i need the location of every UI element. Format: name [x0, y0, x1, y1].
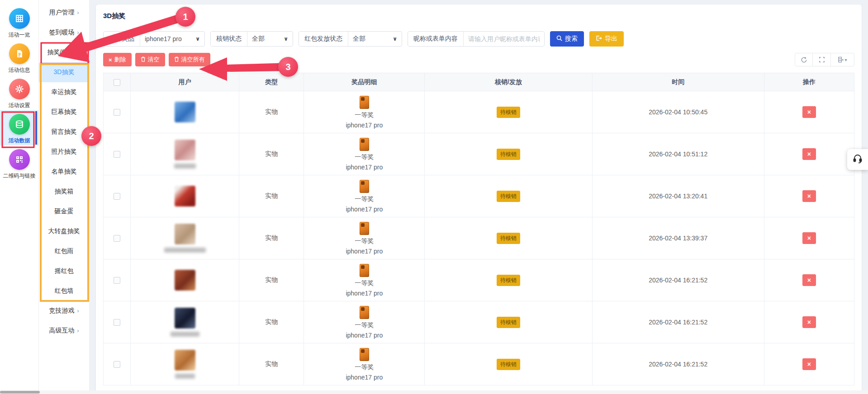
rail-item-qrcode-links[interactable]: 二维码与链接 [0, 145, 38, 181]
submenu-item-photo-lottery[interactable]: 照片抽奖 [39, 142, 89, 162]
row-checkbox[interactable] [114, 193, 120, 200]
submenu-item-shake-redpacket[interactable]: 摇红包 [39, 261, 89, 281]
delete-button[interactable]: × 删除 [103, 53, 132, 66]
avatar [175, 102, 195, 122]
refresh-button[interactable] [795, 53, 813, 66]
select-all-checkbox[interactable] [114, 79, 120, 86]
prize-level: 一等奖 [355, 195, 374, 203]
prize-image [360, 180, 369, 193]
chevron-down-icon: ∨ [77, 49, 81, 56]
row-time: 2026-02-04 16:21:52 [649, 361, 707, 368]
table-row: 实物 一等奖iphone17 pro 待核销 2026-02-04 13:39:… [104, 217, 854, 259]
submenu-item-golden-egg[interactable]: 砸金蛋 [39, 202, 89, 221]
status-badge: 待核销 [497, 191, 520, 202]
prize-name: iphone17 pro [346, 248, 383, 255]
column-header-user: 用户 [130, 73, 239, 91]
bulk-actions-bar: × 删除 清空 清空所有 [103, 53, 854, 66]
export-button-label: 导出 [605, 35, 617, 43]
sidebar-item-competitive-games[interactable]: 竞技游戏 › [39, 301, 89, 321]
prize-image [360, 348, 369, 361]
submenu-item-wheel-lottery[interactable]: 大转盘抽奖 [39, 221, 89, 241]
row-checkbox[interactable] [114, 277, 120, 284]
table-row: 实物 一等奖iphone17 pro 待核销 2026-02-04 16:21:… [104, 301, 854, 343]
row-checkbox[interactable] [114, 151, 120, 158]
prize-select[interactable]: iphone17 pro ∨ [140, 32, 204, 46]
submenu-item-list-lottery[interactable]: 名单抽奖 [39, 162, 89, 182]
rail-item-activity-data[interactable]: 活动数据 [0, 110, 38, 145]
rail-item-activity-info[interactable]: 活动信息 [0, 40, 38, 75]
prize-type: 实物 [265, 360, 278, 367]
sidebar-item-user-management[interactable]: 用户管理 › [39, 3, 89, 23]
prize-type: 实物 [265, 276, 278, 283]
row-checkbox[interactable] [114, 319, 120, 326]
status-badge: 待核销 [497, 359, 520, 370]
export-button[interactable]: 导出 [589, 31, 624, 47]
submenu-item-screen-lottery[interactable]: 巨幕抽奖 [39, 102, 89, 122]
delete-row-button[interactable]: × [802, 106, 816, 118]
redpacket-status-select[interactable]: 全部 ∨ [348, 32, 402, 46]
table-row: 实物 一等奖iphone17 pro 待核销 2026-02-04 10:50:… [104, 91, 854, 133]
prize-name: iphone17 pro [346, 290, 383, 297]
delete-row-button[interactable]: × [802, 232, 816, 244]
search-icon [556, 35, 562, 42]
rail-item-activity-overview[interactable]: 活动一览 [0, 5, 38, 40]
fullscreen-button[interactable] [813, 53, 831, 66]
redpacket-status-label: 红包发放状态 [299, 32, 348, 46]
prize-select-value: iphone17 pro [145, 35, 182, 42]
app-window: 活动一览 活动信息 活动设置 活动数据 二维码与链接 [0, 0, 868, 394]
submenu-item-redpacket-wall[interactable]: 红包墙 [39, 281, 89, 301]
chevron-down-icon: ∨ [284, 36, 288, 42]
table-row: 实物 一等奖iphone17 pro 待核销 2026-02-04 16:21:… [104, 259, 854, 301]
clear-all-button[interactable]: 清空所有 [169, 53, 210, 66]
submenu-item-lottery-box[interactable]: 抽奖箱 [39, 182, 89, 202]
delete-button-label: 删除 [114, 56, 126, 64]
horizontal-scrollbar-track [0, 390, 868, 394]
clear-all-button-label: 清空所有 [181, 56, 205, 64]
keyword-input[interactable] [464, 32, 544, 46]
chevron-right-icon: › [77, 308, 79, 314]
submenu-item-3d-lottery[interactable]: 3D抽奖 [39, 62, 89, 82]
delete-row-button[interactable]: × [802, 148, 816, 160]
prize-image [360, 96, 369, 109]
verify-status-select[interactable]: 全部 ∨ [247, 32, 293, 46]
status-badge: 待核销 [497, 275, 520, 286]
prize-name: iphone17 pro [346, 374, 383, 381]
delete-row-button[interactable]: × [802, 358, 816, 370]
document-icon [9, 43, 30, 64]
horizontal-scrollbar-thumb[interactable] [0, 391, 40, 394]
search-button[interactable]: 搜索 [550, 31, 584, 47]
redpacket-status-group: 红包发放状态 全部 ∨ [299, 31, 402, 47]
sidebar-item-signin-warmup[interactable]: 签到暖场 › [39, 23, 89, 42]
grid-icon [9, 8, 30, 29]
verify-status-value: 全部 [252, 35, 265, 43]
sidebar-item-lottery-redpacket[interactable]: 抽奖/红包 ∨ [39, 42, 89, 62]
sidebar-item-label: 用户管理 [49, 9, 75, 17]
delete-row-button[interactable]: × [802, 190, 816, 202]
prize-type: 实物 [265, 150, 278, 157]
table-row: 实物 一等奖iphone17 pro 待核销 2026-02-04 10:51:… [104, 133, 854, 175]
status-badge: 待核销 [497, 149, 520, 160]
row-checkbox[interactable] [114, 361, 120, 368]
secondary-sidebar: 用户管理 › 签到暖场 › 抽奖/红包 ∨ 3D抽奖 幸运抽奖 巨幕抽奖 留言抽… [39, 0, 90, 394]
customer-service-button[interactable] [847, 149, 868, 170]
submenu-item-message-lottery[interactable]: 留言抽奖 [39, 122, 89, 142]
column-settings-button[interactable]: ▾ [831, 53, 854, 66]
sidebar-item-label: 抽奖/红包 [47, 48, 74, 56]
rail-item-label: 活动数据 [0, 137, 38, 145]
sidebar-item-advanced-interaction[interactable]: 高级互动 › [39, 321, 89, 341]
column-header-verify-dispatch: 核销/发放 [425, 73, 592, 91]
submenu-item-redpacket-rain[interactable]: 红包雨 [39, 241, 89, 261]
rail-item-label: 二维码与链接 [0, 172, 38, 180]
chevron-down-icon: ∨ [393, 36, 397, 42]
row-checkbox[interactable] [114, 235, 120, 242]
row-checkbox[interactable] [114, 109, 120, 116]
submenu-item-lucky-lottery[interactable]: 幸运抽奖 [39, 82, 89, 102]
prize-image [360, 138, 369, 151]
clear-button[interactable]: 清空 [135, 53, 165, 66]
rail-item-activity-settings[interactable]: 活动设置 [0, 75, 38, 110]
column-header-time: 时间 [592, 73, 764, 91]
trash-icon [141, 56, 146, 63]
delete-row-button[interactable]: × [802, 316, 816, 328]
verify-status-label: 核销状态 [211, 32, 247, 46]
delete-row-button[interactable]: × [802, 274, 816, 286]
